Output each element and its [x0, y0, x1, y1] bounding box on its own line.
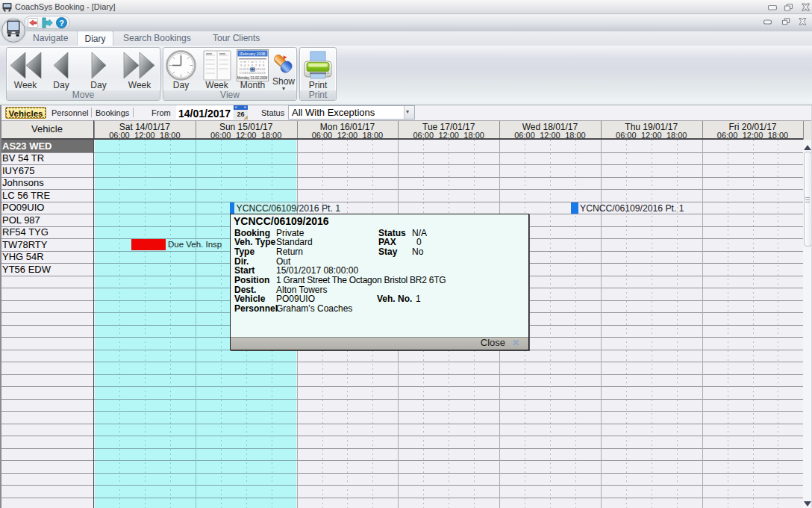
svg-text:?: ?: [59, 19, 64, 28]
svg-text:23: 23: [262, 71, 266, 75]
svg-text:26: 26: [237, 111, 244, 118]
svg-text:13: 13: [251, 68, 255, 72]
svg-text:February 2008: February 2008: [240, 52, 265, 56]
